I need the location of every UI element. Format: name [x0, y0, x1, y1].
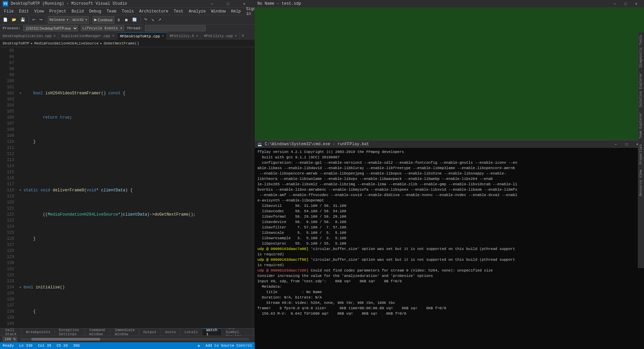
close-tab-mfutility-h[interactable]: ×	[196, 34, 198, 38]
menu-debug[interactable]: Debug	[86, 8, 104, 14]
side-tab-solution[interactable]: Solution Explorer	[638, 70, 644, 110]
code-line-105: {	[20, 309, 249, 315]
second-restore-button[interactable]: □	[620, 1, 631, 7]
tab-desktopduplication[interactable]: DesktopDuplication.cpp ×	[0, 32, 59, 40]
menu-analyze[interactable]: Analyze	[186, 8, 208, 14]
tab-output[interactable]: Output	[139, 328, 161, 336]
breadcrumb-part3[interactable]: doGetNextFrame()	[104, 41, 139, 45]
term-line-20: udp @ 00000163daac7f80] 'circular_buffer…	[257, 257, 641, 262]
side-tab-diagnostic[interactable]: Diagnostic Tools	[638, 32, 644, 70]
restart-button[interactable]: 🔄	[131, 16, 139, 24]
tab-find-symbol-results[interactable]: Find Symbol Results	[222, 328, 253, 336]
process-select[interactable]: [19232] DesktopToRTP.exe	[23, 25, 78, 31]
line-num-98: 98	[0, 66, 14, 72]
tab-mfutility-h[interactable]: MFUtility.h ×	[167, 32, 201, 40]
menu-file[interactable]: File	[1, 8, 16, 14]
line-num-102: 102	[0, 90, 14, 96]
term-line-0: ffplay version 4.2.1 Copyright (c) 2003-…	[257, 149, 641, 155]
vertical-scrollbar[interactable]	[252, 47, 255, 328]
stop-button[interactable]: ⏹	[123, 16, 130, 24]
menu-bar: File Edit View Project Build Debug Team …	[0, 7, 255, 15]
tab-watch1[interactable]: Watch 1	[202, 328, 222, 336]
menu-view[interactable]: View	[32, 8, 47, 14]
open-file-button[interactable]: 📂	[10, 16, 18, 24]
tab-exception-settings[interactable]: Exception Settings	[55, 328, 85, 336]
tab-immediate-window[interactable]: Immediate Window	[111, 328, 139, 336]
tab-overflow[interactable]: ≡	[240, 34, 246, 38]
continue-icon: ▶	[94, 18, 97, 22]
terminal-area[interactable]: ffplay version 4.2.1 Copyright (c) 2003-…	[255, 148, 644, 349]
breadcrumb-part2[interactable]: MediaFoundationH264LiveSource	[34, 41, 99, 45]
tab-locals[interactable]: Locals	[180, 328, 202, 336]
redo-button[interactable]: ↪	[38, 16, 44, 24]
step-into-button[interactable]: ↘	[149, 16, 156, 24]
line-num-113: 113	[0, 157, 14, 163]
line-num-101: 101	[0, 84, 14, 90]
code-content[interactable]: ▸ bool isH264VideoStreamFramer() const {…	[17, 47, 252, 328]
term-line-23: Consider increasing the value for the 'a…	[257, 273, 641, 279]
line-num-105: 105	[0, 108, 14, 115]
pause-button[interactable]: ⏸	[115, 16, 122, 24]
term-line-1: built with gcc 9.1.1 (GCC) 20190807	[257, 155, 641, 160]
win32-dropdown[interactable]: Win32 ▾	[71, 16, 89, 24]
menu-tools[interactable]: Tools	[119, 8, 137, 14]
status-right: ⊕ Add to Source Control	[198, 344, 252, 348]
tab-command-window[interactable]: Command Window	[85, 328, 111, 336]
release-dropdown-arrow: ▾	[66, 18, 69, 22]
close-tab-duplicationmanager[interactable]: ×	[112, 34, 114, 38]
breadcrumb-part1[interactable]: DesktopToRTP	[3, 41, 29, 45]
restore-button[interactable]: □	[220, 0, 236, 7]
minimize-button[interactable]: −	[204, 0, 220, 7]
menu-architecture[interactable]: Architecture	[137, 8, 171, 14]
cmd-maximize-button[interactable]: □	[622, 141, 631, 147]
thread-input[interactable]	[145, 25, 206, 31]
continue-button[interactable]: ▶ Continue	[93, 16, 114, 24]
menu-window[interactable]: Window	[208, 8, 228, 14]
close-tab-mfutility-cpp[interactable]: ×	[235, 34, 237, 38]
step-out-button[interactable]: ↗	[156, 16, 163, 24]
menu-test[interactable]: Test	[171, 8, 186, 14]
undo-button[interactable]: ↩	[31, 16, 37, 24]
tab-mfutility-cpp[interactable]: MFUtility.cpp ×	[201, 32, 240, 40]
side-tab-team[interactable]: Team Explorer	[638, 110, 644, 141]
line-num-132: 132	[0, 272, 14, 278]
close-tab-desktopduplication[interactable]: ×	[53, 34, 56, 38]
line-numbers: 9596979899100101102103104105106107108109…	[0, 47, 17, 328]
tab-duplicationmanager[interactable]: DuplicationManager.cpp ×	[59, 32, 117, 40]
menu-build[interactable]: Build	[69, 8, 86, 14]
close-tab-mfdesktoptortp[interactable]: ×	[162, 34, 164, 38]
tab-breakpoints[interactable]: Breakpoints	[22, 328, 55, 336]
tab-autos[interactable]: Autos	[161, 328, 180, 336]
side-tab-resource[interactable]: Resource View	[638, 167, 644, 199]
menu-team[interactable]: Team	[104, 8, 119, 14]
menu-edit[interactable]: Edit	[16, 8, 32, 14]
line-num-123: 123	[0, 218, 14, 224]
zoom-level[interactable]: 100 %	[3, 337, 17, 342]
line-num-140: 140	[0, 321, 14, 327]
save-button[interactable]: 💾	[19, 16, 27, 24]
tab-mfdesktoptortp[interactable]: MFDesktopToRtp.cpp ×	[117, 32, 167, 40]
term-line-28: Stream #0:0: Video: h264, none, 90k tbr,…	[257, 300, 641, 306]
lifecycle-label[interactable]: Lifecycle Events ▾	[81, 25, 124, 31]
new-file-button[interactable]: 📄	[1, 16, 9, 24]
horizontal-scrollbar[interactable]	[20, 338, 249, 341]
menu-help[interactable]: Help	[228, 8, 244, 14]
status-bar: Ready Ln 330 Col 35 Ch 20 INS ⊕ Add to S…	[0, 342, 255, 349]
second-close-button[interactable]: ×	[631, 1, 641, 7]
term-line-22: udp @ 00000163daac7200] Could not find c…	[257, 268, 641, 273]
add-to-source-control[interactable]: Add to Source Control	[205, 344, 252, 348]
term-line-2: configuration: --enable-gpl --enable-ver…	[257, 160, 641, 165]
status-ins: INS	[73, 344, 80, 348]
tab-call-stack[interactable]: Call Stack	[1, 328, 22, 336]
menu-project[interactable]: Project	[46, 8, 69, 14]
line-num-111: 111	[0, 145, 14, 151]
side-tab-properties[interactable]: Properties	[638, 141, 644, 167]
line-num-121: 121	[0, 205, 14, 212]
step-over-button[interactable]: ↷	[142, 16, 149, 24]
line-num-104: 104	[0, 102, 14, 108]
cmd-minimize-button[interactable]: −	[612, 141, 620, 147]
second-minimize-button[interactable]: −	[610, 1, 620, 7]
release-dropdown[interactable]: Release ▾	[48, 16, 70, 24]
line-num-100: 100	[0, 78, 14, 84]
debug-tabs: Call Stack Breakpoints Exception Setting…	[0, 328, 255, 336]
